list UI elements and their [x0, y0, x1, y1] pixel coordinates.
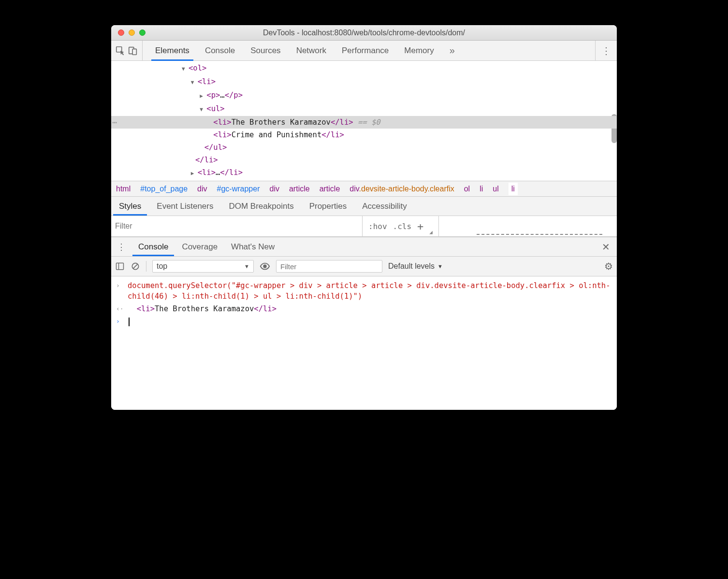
new-rule-icon[interactable]: +	[417, 220, 423, 232]
svg-line-6	[133, 264, 137, 268]
clear-console-icon[interactable]	[131, 261, 140, 271]
drawer-kebab-icon[interactable]: ⋮	[111, 237, 131, 256]
console-filter-input[interactable]	[277, 261, 382, 272]
styles-filter-bar: :hov .cls + ◢	[111, 216, 617, 237]
bc-item[interactable]: div	[197, 185, 207, 193]
tab-memory[interactable]: Memory	[396, 41, 441, 60]
bc-item[interactable]: div	[270, 185, 279, 193]
cls-toggle[interactable]: .cls	[393, 222, 412, 231]
subtab-event-listeners[interactable]: Event Listeners	[149, 197, 221, 216]
bc-item[interactable]: ol	[464, 185, 470, 193]
tab-console[interactable]: Console	[197, 41, 243, 60]
bc-item[interactable]: article	[320, 185, 340, 193]
bc-item[interactable]: div.devsite-article-body.clearfix	[349, 185, 454, 193]
dom-selected-row[interactable]: ⋯ <li>The Brothers Karamazov</li> == $0	[111, 116, 617, 129]
window-title: DevTools - localhost:8080/web/tools/chro…	[111, 29, 617, 37]
console-output: <li>The Brothers Karamazov</li>	[128, 304, 612, 314]
bc-item[interactable]: #gc-wrapper	[217, 185, 260, 193]
text-cursor	[129, 318, 130, 326]
subtab-accessibility[interactable]: Accessibility	[354, 197, 415, 216]
bc-item[interactable]: html	[116, 185, 131, 193]
drawer-close-icon[interactable]: ✕	[595, 237, 617, 256]
drawer-tabs: ⋮ Console Coverage What's New ✕	[111, 237, 617, 256]
console-settings-icon[interactable]: ⚙	[604, 261, 613, 272]
devtools-window: DevTools - localhost:8080/web/tools/chro…	[111, 25, 617, 410]
console-input-row: › document.querySelector("#gc-wrapper > …	[116, 279, 612, 303]
console-body[interactable]: › document.querySelector("#gc-wrapper > …	[111, 276, 617, 410]
console-output-row: ‹· <li>The Brothers Karamazov</li>	[116, 303, 612, 315]
inspect-icon[interactable]	[115, 45, 126, 56]
bc-item[interactable]: ul	[493, 185, 498, 193]
console-prompt-row[interactable]: ›	[116, 315, 612, 328]
more-tabs-icon[interactable]: »	[442, 41, 463, 60]
bc-item[interactable]: li	[480, 185, 483, 193]
box-model-hint	[477, 234, 602, 236]
subtab-properties[interactable]: Properties	[302, 197, 354, 216]
divider	[146, 261, 146, 272]
hov-toggle[interactable]: :hov	[368, 222, 387, 231]
device-icon[interactable]	[128, 45, 138, 56]
svg-rect-3	[116, 263, 124, 269]
titlebar: DevTools - localhost:8080/web/tools/chro…	[111, 25, 617, 41]
styles-filter-input-wrap	[111, 216, 363, 236]
dom-tree[interactable]: ▼<ol> ▼<li> ▶<p>…</p> ▼<ul> ⋯ <li>The Br…	[111, 61, 617, 181]
console-toolbar: top▼ Default levels▼ ⚙	[111, 256, 617, 276]
drawer-tab-console[interactable]: Console	[131, 237, 175, 256]
live-expression-icon[interactable]	[260, 261, 270, 272]
console-filter-wrap	[276, 260, 382, 273]
svg-point-7	[263, 264, 266, 268]
toolbar-left	[111, 41, 143, 60]
tab-elements[interactable]: Elements	[147, 41, 197, 60]
subtab-styles[interactable]: Styles	[111, 197, 149, 216]
svg-rect-2	[132, 49, 136, 55]
log-levels-select[interactable]: Default levels▼	[388, 262, 443, 271]
tab-performance[interactable]: Performance	[334, 41, 396, 60]
bc-item[interactable]: #top_of_page	[140, 185, 188, 193]
resize-grip-icon: ◢	[429, 229, 433, 235]
dom-row[interactable]: <li>Crime and Punishment</li>	[111, 129, 617, 141]
styles-subtabs: Styles Event Listeners DOM Breakpoints P…	[111, 196, 617, 216]
tab-sources[interactable]: Sources	[243, 41, 288, 60]
bc-item[interactable]: article	[289, 185, 310, 193]
main-tabs: Elements Console Sources Network Perform…	[143, 41, 595, 60]
tab-network[interactable]: Network	[289, 41, 334, 60]
breadcrumb[interactable]: html #top_of_page div #gc-wrapper div ar…	[111, 181, 617, 196]
kebab-icon[interactable]: ⋮	[601, 45, 611, 57]
hov-cls-group: :hov .cls + ◢	[363, 216, 439, 236]
console-sidebar-icon[interactable]	[115, 261, 125, 271]
console-code: document.querySelector("#gc-wrapper > di…	[128, 280, 612, 302]
styles-filter-input[interactable]	[115, 222, 358, 231]
toolbar-right: ⋮	[595, 41, 617, 60]
context-select[interactable]: top▼	[152, 260, 254, 273]
bc-item-current[interactable]: li	[509, 183, 518, 195]
subtab-dom-breakpoints[interactable]: DOM Breakpoints	[221, 197, 301, 216]
drawer-tab-coverage[interactable]: Coverage	[175, 237, 224, 256]
main-toolbar: Elements Console Sources Network Perform…	[111, 41, 617, 61]
drawer-tab-whatsnew[interactable]: What's New	[224, 237, 281, 256]
